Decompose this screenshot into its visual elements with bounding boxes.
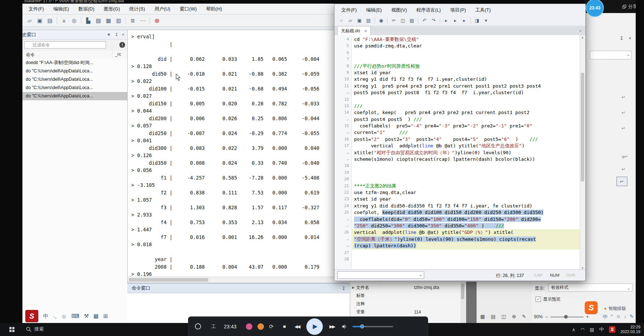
open-icon[interactable]: ▱	[346, 17, 354, 25]
stata-menu-item-3[interactable]: 图形(G)	[99, 6, 125, 12]
qq-icon[interactable]	[246, 323, 252, 330]
status-dropdown[interactable]: ⌄	[337, 271, 424, 279]
panel-pin-icon[interactable]: ↧	[620, 35, 624, 41]
expand-icon[interactable]: ▶	[350, 286, 356, 289]
play-button[interactable]: ▶	[306, 318, 323, 335]
more-icon[interactable]: ⋯	[138, 16, 147, 25]
ime-icon-0[interactable]: 中	[43, 313, 48, 320]
ime-icon-3[interactable]: ⌨	[72, 313, 80, 319]
tab-close-icon[interactable]: ×	[364, 29, 367, 34]
editor-menu-item-5[interactable]: 工具(T)	[471, 7, 496, 13]
view-mode-icon-2[interactable]: ◫	[501, 314, 506, 319]
data-icon[interactable]: ◨	[473, 17, 481, 25]
copy-icon[interactable]: ◫	[399, 17, 407, 25]
variables-manager-icon[interactable]: ≣	[128, 16, 137, 25]
wps-tool-icon-4[interactable]: ✎	[630, 314, 634, 320]
graph-icon[interactable]: ▙	[84, 16, 93, 25]
print-icon[interactable]: ▤	[364, 17, 372, 25]
ime-icon-4[interactable]: ⚒	[84, 313, 89, 319]
stata-menu-item-6[interactable]: 窗口(W)	[175, 6, 201, 12]
filter-icon[interactable]: ▼	[107, 32, 111, 37]
stata-menu-item-7[interactable]: 帮助(H)	[201, 6, 227, 12]
ime-icon-5[interactable]: ▦	[94, 313, 99, 319]
scrollbar-thumb[interactable]	[461, 284, 464, 299]
history-item[interactable]: do "C:\Users\dell\AppData\Loca...	[22, 67, 127, 75]
ime-icon-1[interactable]: ·,	[53, 313, 56, 319]
smart-typeset-button[interactable]: ✦ 智能排版	[604, 306, 626, 312]
log-icon[interactable]: ≡	[60, 16, 68, 25]
scrollbar-thumb[interactable]	[581, 73, 584, 181]
stata-logo[interactable]: S	[25, 310, 38, 322]
new-icon[interactable]: ▫	[337, 17, 345, 25]
zoom-in-button[interactable]: +	[586, 314, 589, 319]
data-editor-icon[interactable]: ▦	[104, 16, 113, 25]
scrollbar-thumb[interactable]	[129, 278, 208, 282]
wps-logo[interactable]: S	[585, 301, 598, 314]
share-button[interactable]: 分享	[622, 3, 637, 10]
history-item[interactable]: doedit "F:\AA-录制\空间did-时间...	[22, 59, 127, 67]
break-icon[interactable]: ⊗	[153, 16, 161, 25]
pin-icon[interactable]: ↧	[342, 286, 346, 291]
stata-menu-item-5[interactable]: 用户(U)	[150, 6, 175, 12]
print-icon[interactable]: ▤	[46, 16, 54, 25]
editor-vscrollbar[interactable]: ▲ ▼	[580, 35, 585, 270]
ime-icon-6[interactable]: ⊞	[103, 313, 108, 319]
scroll-up-icon[interactable]: ▲	[580, 36, 585, 39]
view-mode-icon-1[interactable]: ▤	[491, 314, 495, 319]
zoom-out-button[interactable]: −	[545, 314, 548, 319]
tray-icon-2[interactable]: ▤	[590, 327, 594, 332]
history-item[interactable]: do "C:\Users\dell\AppData\Loca...	[22, 75, 127, 84]
save-icon[interactable]: ▣	[355, 17, 363, 25]
do-icon[interactable]: ▸	[451, 17, 459, 25]
paste-icon[interactable]: ▨	[408, 17, 416, 25]
style-dropdown[interactable]: 有效样式 ⌄	[549, 284, 632, 291]
panel-close-icon[interactable]: ×	[628, 35, 631, 41]
browser-icon[interactable]	[257, 323, 264, 330]
open-icon[interactable]: ▱	[25, 16, 34, 25]
editor-menu-item-3[interactable]: 程序语言(L)	[411, 7, 445, 13]
tool-icon[interactable]: 工	[211, 323, 216, 330]
stata-menu-item-1[interactable]: 编辑(E)	[49, 6, 74, 12]
run-icon[interactable]: ▸	[442, 17, 450, 25]
more-tools-icon[interactable]: ▾	[482, 17, 490, 25]
record-icon[interactable]	[195, 323, 201, 329]
history-item[interactable]: do "C:\Users\dell\AppData\Loca...	[22, 92, 127, 100]
zoom-slider-knob[interactable]	[564, 315, 568, 319]
tab-untitled-do[interactable]: 无标题.do ×	[337, 26, 371, 35]
close-icon[interactable]: ×	[122, 32, 124, 37]
fast-forward-button[interactable]: ▶▶	[329, 324, 334, 329]
properties-scrollbar[interactable]	[460, 282, 465, 323]
editor-menu-item-2[interactable]: 视图(V)	[387, 7, 411, 13]
taskbar-clock[interactable]: 22:29 2022.03.19	[620, 325, 640, 334]
view-mode-icon-3[interactable]: ⊕	[512, 314, 516, 319]
view-mode-icon-4[interactable]: ✎	[522, 314, 526, 319]
stata-menu-item-0[interactable]: 文件(F)	[24, 6, 49, 12]
tray-icon-0[interactable]: ∧	[572, 327, 576, 332]
preview-checkbox[interactable]: ✓	[536, 297, 541, 302]
wps-tool-icon-2[interactable]: ☺	[616, 314, 620, 320]
wps-tool-icon-0[interactable]: 中	[603, 314, 607, 320]
history-item[interactable]: do "C:\Users\dell\AppData\Loca...	[22, 84, 127, 92]
tab-list-dropdown-icon[interactable]: ⌄	[579, 28, 582, 33]
stata-menu-item-4[interactable]: 统计(S)	[125, 6, 150, 12]
undo-icon[interactable]: ↶	[421, 17, 428, 25]
refresh-icon[interactable]: ⟳	[269, 323, 274, 330]
redo-icon[interactable]: ↷	[430, 17, 438, 25]
find-icon[interactable]: ◉	[377, 17, 385, 25]
code-editor-area[interactable]: 4cd "F:\AAA-重要数据\交稿"5use psmdid-zmq.dta,…	[335, 35, 580, 270]
do-editor-icon[interactable]: ▨	[94, 16, 103, 25]
data-browser-icon[interactable]: ▥	[114, 16, 123, 25]
wps-tool-icon-1[interactable]: °	[611, 314, 613, 320]
wps-tool-icon-3[interactable]: ↓	[624, 314, 627, 320]
pin-icon[interactable]: ↧	[115, 32, 118, 37]
editor-menu-item-0[interactable]: 文件(F)	[337, 7, 362, 13]
stop-button[interactable]: ■	[283, 324, 286, 329]
stata-menu-item-2[interactable]: 数据(D)	[74, 6, 99, 12]
alert-icon[interactable]: !	[119, 42, 125, 48]
editor-menu-item-1[interactable]: 编辑(E)	[362, 7, 387, 13]
start-button[interactable]	[9, 327, 14, 332]
save-icon[interactable]: ▣	[35, 16, 44, 25]
rewind-button[interactable]: ◀◀	[294, 324, 299, 329]
volume-slider-knob[interactable]	[360, 324, 364, 328]
run-quietly-icon[interactable]: ▸	[460, 17, 468, 25]
